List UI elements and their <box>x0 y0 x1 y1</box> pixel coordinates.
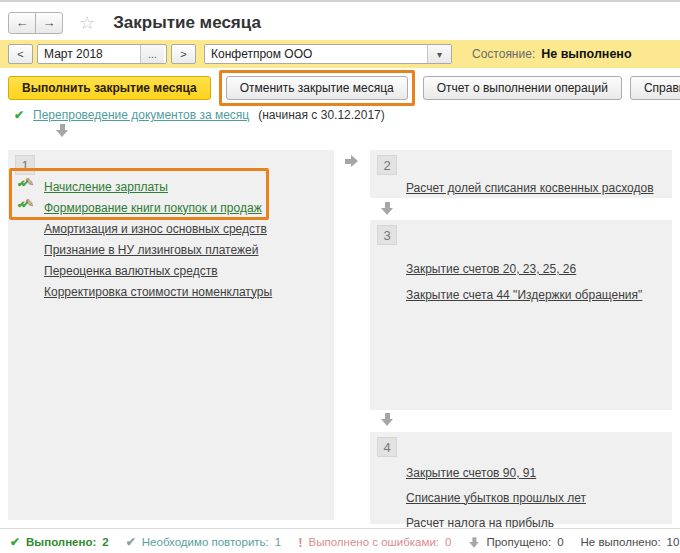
stage-item: Корректировка стоимости номенклатуры <box>8 281 334 302</box>
back-button[interactable]: ← <box>8 12 36 34</box>
annotation-highlight-cancel: Отменить закрытие месяца <box>219 70 415 106</box>
stage-item: Расчет долей списания косвенных расходов <box>370 178 672 198</box>
closing-status: Состояние:Не выполнено <box>472 47 632 61</box>
period-picker-button[interactable]: ... <box>140 45 164 63</box>
status-footer: ✔ Выполнено: 2 ✔ Необходимо повторить: 1… <box>0 528 680 553</box>
check-icon: ✔ <box>10 535 20 549</box>
next-month-button[interactable]: > <box>171 44 196 64</box>
stage-item-link[interactable]: Закрытие счета 44 "Издержки обращения" <box>406 288 642 302</box>
stage-item: Закрытие счетов 20, 23, 25, 26 <box>370 256 672 282</box>
footer-errors-label: Выполнено с ошибками: <box>309 536 440 548</box>
status-label: Состояние: <box>472 47 535 61</box>
footer-repeat-label: Необходимо повторить: <box>142 536 269 548</box>
flow-down-arrow-icon <box>381 202 393 215</box>
month-closing-window: ← → ☆ Закрытие месяца < ... > ▾ Состояни… <box>0 0 680 553</box>
favorite-star-icon[interactable]: ☆ <box>79 12 95 34</box>
stage-item: Амортизация и износ основных средств <box>8 218 334 239</box>
stage-item: ✔✔✎ Начисление зарплаты <box>8 176 334 197</box>
stage-3-badge: 3 <box>377 225 397 245</box>
footer-skipped-label: Пропущено: <box>486 536 551 548</box>
period-input[interactable] <box>38 45 140 63</box>
stage-item: ✔✔✎ Формирование книги покупок и продаж <box>8 197 334 218</box>
forward-button[interactable]: → <box>35 12 63 34</box>
cancel-month-closing-button[interactable]: Отменить закрытие месяца <box>226 76 408 100</box>
done-edit-icon: ✔✔✎ <box>17 178 37 192</box>
flow-down-arrow-icon <box>381 413 393 426</box>
check-icon: ✔ <box>14 108 24 122</box>
stage-item: Признание в НУ лизинговых платежей <box>8 239 334 260</box>
stage-item-link[interactable]: Переоценка валютных средств <box>44 264 218 278</box>
stage-item-link[interactable]: Закрытие счетов 20, 23, 25, 26 <box>406 262 576 276</box>
stage-item-link[interactable]: Закрытие счетов 90, 91 <box>406 466 536 480</box>
stage-3-panel: 3 Закрытие счетов 20, 23, 25, 26 Закрыти… <box>370 220 672 410</box>
footer-skipped: Пропущено: 0 <box>468 536 563 549</box>
forward-arrow-icon: → <box>43 15 56 30</box>
footer-skipped-value: 0 <box>557 536 563 548</box>
stage-2-panel: 2 Расчет долей списания косвенных расход… <box>370 150 672 198</box>
title-bar: ← → ☆ Закрытие месяца <box>8 9 680 37</box>
reposting-link[interactable]: Перепроведение документов за месяц <box>33 108 249 122</box>
stage-2-badge: 2 <box>377 155 397 175</box>
stage-item-link[interactable]: Формирование книги покупок и продаж <box>44 201 262 215</box>
stage-item-link[interactable]: Признание в НУ лизинговых платежей <box>44 243 258 257</box>
check-gray-icon: ✔ <box>126 535 136 549</box>
page-title: Закрытие месяца <box>113 13 261 33</box>
stage-item: Переоценка валютных средств <box>8 260 334 281</box>
down-arrow-icon <box>470 537 480 547</box>
status-value: Не выполнено <box>541 47 631 61</box>
organization-input[interactable] <box>205 45 427 63</box>
stage-item-link[interactable]: Корректировка стоимости номенклатуры <box>44 285 272 299</box>
footer-not-done-value: 10 <box>667 536 680 548</box>
stage-item-link[interactable]: Расчет долей списания косвенных расходов <box>406 181 654 195</box>
calculation-references-button[interactable]: Справки - расчеты <box>630 76 680 100</box>
footer-done-label: Выполнено: <box>26 536 96 548</box>
toolbar: Выполнить закрытие месяца Отменить закры… <box>8 70 680 106</box>
stage-item-link[interactable]: Списание убытков прошлых лет <box>406 491 586 505</box>
stage-item-link[interactable]: Амортизация и износ основных средств <box>44 222 267 236</box>
stage-1-panel: 1 ✔✔✎ Начисление зарплаты ✔✔✎ Формирован… <box>8 150 334 520</box>
footer-done-value: 2 <box>102 536 108 548</box>
footer-not-done-label: Не выполнено: <box>581 536 661 548</box>
stage-item: Закрытие счетов 90, 91 <box>370 460 672 485</box>
stage-1-badge: 1 <box>15 155 35 175</box>
run-month-closing-button[interactable]: Выполнить закрытие месяца <box>8 76 211 100</box>
footer-errors: ! Выполнено с ошибками: 0 <box>298 535 451 550</box>
flow-right-arrow-icon <box>345 155 358 167</box>
history-nav: ← → <box>8 12 63 34</box>
footer-repeat-value: 1 <box>275 536 281 548</box>
footer-repeat: ✔ Необходимо повторить: 1 <box>126 535 281 549</box>
exclamation-icon: ! <box>298 535 302 550</box>
reposting-row: ✔ Перепроведение документов за месяц (на… <box>14 108 385 122</box>
period-field: ... <box>37 44 167 64</box>
reposting-note: (начиная с 30.12.2017) <box>258 108 385 122</box>
footer-errors-value: 0 <box>445 536 451 548</box>
stage-4-badge: 4 <box>377 437 397 457</box>
footer-done: ✔ Выполнено: 2 <box>10 535 109 549</box>
flow-down-arrow-icon <box>56 124 68 137</box>
stage-item: Закрытие счета 44 "Издержки обращения" <box>370 282 672 308</box>
back-arrow-icon: ← <box>16 15 29 30</box>
stage-item-link[interactable]: Начисление зарплаты <box>44 180 168 194</box>
organization-dropdown-button[interactable]: ▾ <box>427 45 451 63</box>
stage-4-panel: 4 Закрытие счетов 90, 91 Списание убытко… <box>370 432 672 524</box>
stage-item: Списание убытков прошлых лет <box>370 485 672 510</box>
footer-not-done: Не выполнено: 10 <box>581 536 680 548</box>
period-bar: < ... > ▾ Состояние:Не выполнено <box>0 40 680 68</box>
previous-month-button[interactable]: < <box>8 44 33 64</box>
done-edit-icon: ✔✔✎ <box>17 199 37 213</box>
operations-report-button[interactable]: Отчет о выполнении операций <box>423 76 622 100</box>
organization-field: ▾ <box>204 44 452 64</box>
